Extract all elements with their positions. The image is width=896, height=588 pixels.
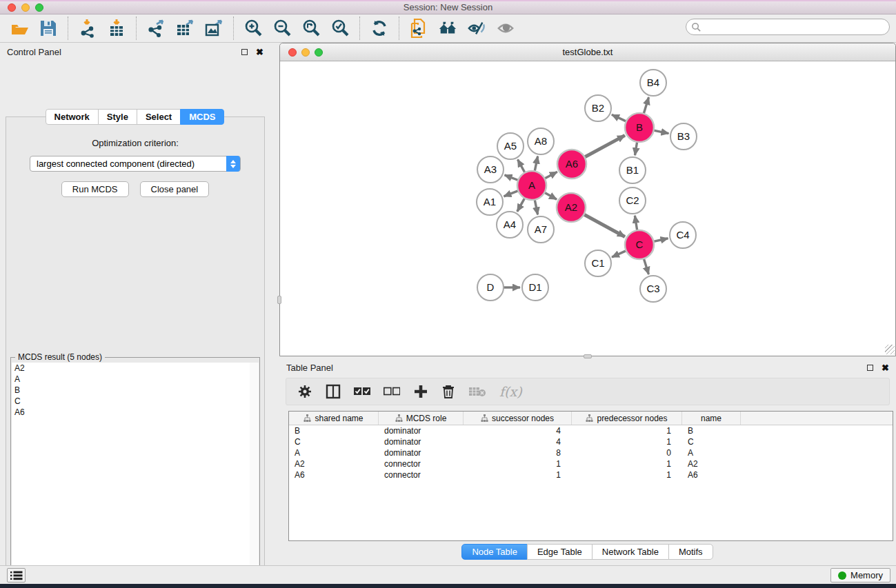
cell-name[interactable]: B — [682, 425, 741, 436]
export-network-button[interactable] — [146, 19, 166, 38]
close-panel-button[interactable]: Close panel — [140, 181, 210, 197]
graph-edge-C-C3[interactable] — [644, 258, 648, 274]
window-resize-grip[interactable] — [885, 345, 895, 354]
table-row-A[interactable]: Adominator80A — [289, 447, 893, 458]
graph-edge-C-C4[interactable] — [653, 239, 668, 242]
network-minimize-button[interactable] — [301, 48, 310, 57]
close-table-panel-icon[interactable]: ✖ — [882, 363, 889, 373]
new-network-button[interactable] — [409, 19, 428, 38]
cell-shared-name[interactable]: A2 — [289, 458, 379, 469]
graph-node-A8[interactable]: A8 — [528, 128, 554, 154]
table-settings-button[interactable] — [297, 384, 312, 399]
search-input[interactable] — [701, 22, 889, 32]
splitter-grip-left[interactable] — [277, 296, 281, 304]
cell-predecessor-nodes[interactable]: 1 — [572, 458, 682, 469]
graph-node-C3[interactable]: C3 — [640, 276, 666, 302]
cell-name[interactable]: A2 — [682, 458, 741, 469]
mcds-result-item[interactable]: A2 — [12, 363, 250, 374]
graph-node-A1[interactable]: A1 — [477, 189, 503, 215]
graph-edge-A-A5[interactable] — [518, 159, 525, 172]
graph-edge-B-B2[interactable] — [612, 114, 626, 121]
cell-MCDS-role[interactable]: dominator — [379, 436, 464, 447]
graph-edge-A-A8[interactable] — [535, 156, 537, 172]
graph-node-C4[interactable]: C4 — [670, 222, 696, 248]
select-all-columns-button[interactable] — [354, 387, 370, 396]
tab-style[interactable]: Style — [98, 109, 137, 125]
cell-name[interactable]: A6 — [682, 469, 741, 480]
graph-node-A5[interactable]: A5 — [497, 133, 524, 159]
save-session-button[interactable] — [39, 19, 58, 38]
column-header-predecessor-nodes[interactable]: predecessor nodes — [572, 412, 682, 425]
graph-edge-A2-C[interactable] — [584, 214, 624, 236]
graph-node-D1[interactable]: D1 — [522, 274, 548, 301]
run-mcds-button[interactable]: Run MCDS — [61, 181, 129, 197]
graph-node-B3[interactable]: B3 — [670, 123, 697, 150]
tab-node-table[interactable]: Node Table — [461, 544, 528, 560]
graph-edge-A-A7[interactable] — [535, 200, 537, 215]
export-image-button[interactable] — [204, 19, 223, 38]
mcds-result-list[interactable]: A2ABCA6 — [12, 363, 250, 588]
graph-node-A7[interactable]: A7 — [528, 216, 554, 243]
graph-edge-B-B3[interactable] — [654, 130, 669, 133]
show-graphics-details-button[interactable] — [496, 19, 515, 38]
graph-node-A2[interactable]: A2 — [557, 193, 586, 222]
cell-name[interactable]: A — [682, 447, 741, 458]
unselect-all-columns-button[interactable] — [384, 387, 400, 396]
graph-edge-A6-B[interactable] — [584, 135, 624, 157]
column-header-name[interactable]: name — [682, 412, 741, 425]
column-header-MCDS-role[interactable]: MCDS role — [379, 412, 464, 425]
tab-mcds[interactable]: MCDS — [180, 109, 224, 125]
graph-node-C2[interactable]: C2 — [619, 187, 646, 214]
column-header-shared-name[interactable]: shared name — [289, 412, 379, 425]
zoom-selected-button[interactable] — [330, 19, 350, 38]
cell-MCDS-role[interactable]: dominator — [379, 447, 464, 458]
graph-edge-A-A4[interactable] — [517, 198, 525, 212]
delete-table-button[interactable] — [468, 385, 486, 398]
create-column-button[interactable] — [413, 384, 428, 399]
float-panel-icon[interactable] — [241, 49, 248, 55]
network-close-button[interactable] — [288, 48, 297, 57]
import-network-button[interactable] — [78, 19, 97, 38]
graph-node-C1[interactable]: C1 — [585, 250, 611, 276]
cell-shared-name[interactable]: C — [289, 436, 379, 447]
graph-edge-A-A2[interactable] — [544, 192, 557, 199]
graph-node-A6[interactable]: A6 — [557, 150, 586, 179]
memory-button[interactable]: Memory — [830, 568, 890, 582]
result-scrollbar[interactable] — [250, 363, 259, 588]
graph-edge-C-C1[interactable] — [612, 251, 626, 257]
cell-successor-nodes[interactable]: 4 — [464, 425, 572, 436]
home-button[interactable] — [438, 19, 457, 38]
tab-network[interactable]: Network — [46, 109, 99, 125]
cell-successor-nodes[interactable]: 8 — [464, 447, 572, 458]
cell-MCDS-role[interactable]: connector — [379, 469, 464, 480]
hide-graphics-details-button[interactable] — [467, 19, 486, 38]
import-table-button[interactable] — [107, 19, 126, 38]
open-file-button[interactable] — [10, 19, 29, 38]
table-row-C[interactable]: Cdominator41C — [289, 436, 893, 447]
cell-predecessor-nodes[interactable]: 1 — [572, 469, 682, 480]
graph-edge-A-A6[interactable] — [545, 172, 557, 179]
cell-successor-nodes[interactable]: 4 — [464, 436, 572, 447]
graph-node-A4[interactable]: A4 — [497, 212, 523, 238]
zoom-in-button[interactable] — [243, 19, 263, 38]
table-row-B[interactable]: Bdominator41B — [289, 425, 893, 436]
table-row-A6[interactable]: A6connector11A6 — [289, 469, 893, 480]
close-panel-icon[interactable]: ✖ — [256, 47, 263, 57]
cell-shared-name[interactable]: A — [289, 447, 379, 458]
function-builder-button[interactable]: f(x) — [499, 384, 522, 399]
graph-node-A[interactable]: A — [517, 171, 546, 200]
mcds-result-item[interactable]: A — [12, 374, 250, 385]
graph-edge-B-B4[interactable] — [644, 97, 648, 114]
mcds-result-item[interactable]: A6 — [12, 407, 250, 418]
table-row-A2[interactable]: A2connector11A2 — [289, 458, 893, 469]
show-columns-button[interactable] — [326, 384, 341, 399]
graph-edge-C-C2[interactable] — [635, 216, 637, 231]
apply-layout-button[interactable] — [370, 19, 389, 38]
graph-node-D[interactable]: D — [477, 274, 504, 301]
task-history-button[interactable] — [7, 568, 26, 582]
cell-predecessor-nodes[interactable]: 1 — [572, 425, 682, 436]
graph-edge-A-A3[interactable] — [505, 175, 519, 181]
tab-edge-table[interactable]: Edge Table — [527, 544, 593, 560]
cell-predecessor-nodes[interactable]: 0 — [572, 447, 682, 458]
tab-motifs[interactable]: Motifs — [668, 544, 713, 560]
